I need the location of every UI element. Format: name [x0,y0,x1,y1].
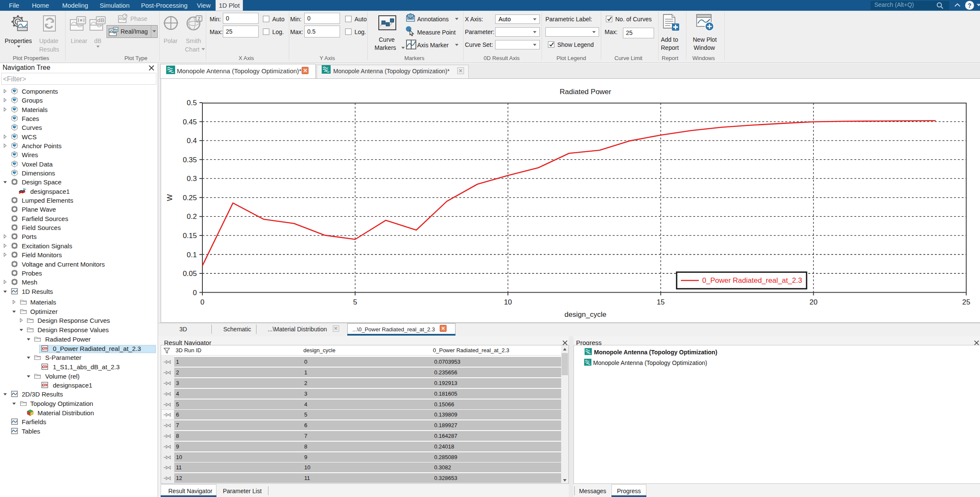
svg-text:Radiated Power: Radiated Power [560,88,611,96]
svg-text:0.2: 0.2 [187,213,197,221]
svg-text:0.5: 0.5 [187,99,197,107]
svg-text:20: 20 [810,298,818,306]
svg-text:0_Power Radiated_real_at_2.3: 0_Power Radiated_real_at_2.3 [702,276,802,284]
svg-text:Z: Z [198,16,201,21]
svg-text:Re: Re [114,28,118,31]
svg-text:0.3: 0.3 [187,175,197,183]
svg-text:0.25: 0.25 [183,194,197,202]
svg-text:0.05: 0.05 [183,270,197,278]
svg-text:design_cycle: design_cycle [565,310,606,319]
svg-text:0.35: 0.35 [183,156,197,164]
svg-text:0.45: 0.45 [183,118,197,126]
svg-text:0: 0 [193,289,197,297]
svg-text:5: 5 [353,298,357,306]
svg-text:10: 10 [504,298,512,306]
svg-text:0.4: 0.4 [187,137,197,145]
svg-text:0: 0 [200,298,204,306]
svg-text:dB: dB [97,17,104,23]
svg-text:15: 15 [657,298,665,306]
svg-text:0.1: 0.1 [187,251,197,259]
svg-text:0.15: 0.15 [183,232,197,240]
svg-text:25: 25 [962,298,970,306]
svg-text:?: ? [968,2,971,9]
svg-text:W: W [166,194,174,201]
